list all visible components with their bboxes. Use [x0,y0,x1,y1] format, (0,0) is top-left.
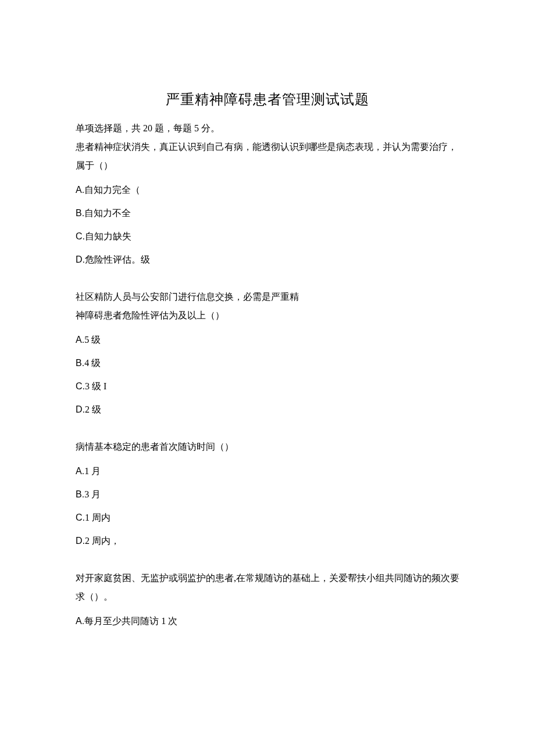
question-text: 患者精神症状消失，真正认识到自己有病，能透彻认识到哪些是病态表现，并认为需要治疗… [76,138,459,175]
option-label: D. [76,255,85,264]
option-label: A. [76,616,84,626]
option-label: B. [76,489,84,499]
option-text: 2 级 [85,404,101,414]
question-text: 病情基本稳定的患者首次随访时间（） [76,438,459,456]
question-4: 对开家庭贫困、无监护或弱监护的患者,在常规随访的基础上，关爱帮扶小组共同随访的频… [76,569,459,633]
option-label: A. [76,466,84,476]
option-b: B.3 月 [76,483,459,506]
option-label: C. [76,381,85,391]
options-list: A.自知力完全（ B.自知力不全 C.自知力缺失 D.危险性评估。级 [76,178,459,271]
option-text: 2 周内， [85,536,120,546]
option-d: D.2 周内， [76,529,459,553]
option-c: C.3 级 I [76,375,459,398]
options-list: A.5 级 B.4 级 C.3 级 I D.2 级 [76,328,459,421]
instructions-text: 单项选择题，共 20 题，每题 5 分。 [76,119,459,138]
option-text: 危险性评估。级 [85,255,150,264]
option-text: 3 级 I [85,381,106,391]
option-text: 4 级 [84,358,101,368]
option-text: 5 级 [84,335,101,345]
question-1: 患者精神症状消失，真正认识到自己有病，能透彻认识到哪些是病态表现，并认为需要治疗… [76,138,459,271]
question-text-line: 神障碍患者危险性评估为及以上（） [76,306,459,325]
question-text: 对开家庭贫困、无监护或弱监护的患者,在常规随访的基础上，关爱帮扶小组共同随访的频… [76,569,459,606]
page-title: 严重精神障碍患者管理测试试题 [76,90,459,109]
question-2: 社区精防人员与公安部门进行信息交换，必需是严重精 神障碍患者危险性评估为及以上（… [76,288,459,421]
option-text: 自知力完全（ [84,185,140,195]
option-label: A. [76,185,84,195]
question-text: 社区精防人员与公安部门进行信息交换，必需是严重精 神障碍患者危险性评估为及以上（… [76,288,459,325]
options-list: A.1 月 B.3 月 C.1 周内 D.2 周内， [76,460,459,553]
question-3: 病情基本稳定的患者首次随访时间（） A.1 月 B.3 月 C.1 周内 D.2… [76,438,459,553]
option-text: 3 月 [84,489,101,499]
option-label: B. [76,208,84,218]
option-a: A.1 月 [76,460,459,483]
option-text: 自知力缺失 [85,231,131,241]
option-c: C.自知力缺失 [76,225,459,248]
option-b: B.4 级 [76,352,459,375]
option-a: A.每月至少共同随访 1 次 [76,610,459,633]
option-a: A.5 级 [76,328,459,352]
option-d: D.2 级 [76,398,459,421]
question-text-line: 社区精防人员与公安部门进行信息交换，必需是严重精 [76,288,459,306]
option-label: D. [76,536,85,546]
option-c: C.1 周内 [76,506,459,529]
option-label: B. [76,358,84,368]
option-text: 每月至少共同随访 1 次 [84,616,177,626]
option-text: 自知力不全 [84,208,131,218]
option-text: 1 月 [84,466,101,476]
option-label: D. [76,404,85,414]
options-list: A.每月至少共同随访 1 次 [76,610,459,633]
option-text: 1 周内 [85,513,110,522]
option-a: A.自知力完全（ [76,178,459,202]
option-label: C. [76,231,85,241]
option-b: B.自知力不全 [76,202,459,225]
option-label: A. [76,335,84,345]
option-label: C. [76,513,85,522]
option-d: D.危险性评估。级 [76,248,459,271]
